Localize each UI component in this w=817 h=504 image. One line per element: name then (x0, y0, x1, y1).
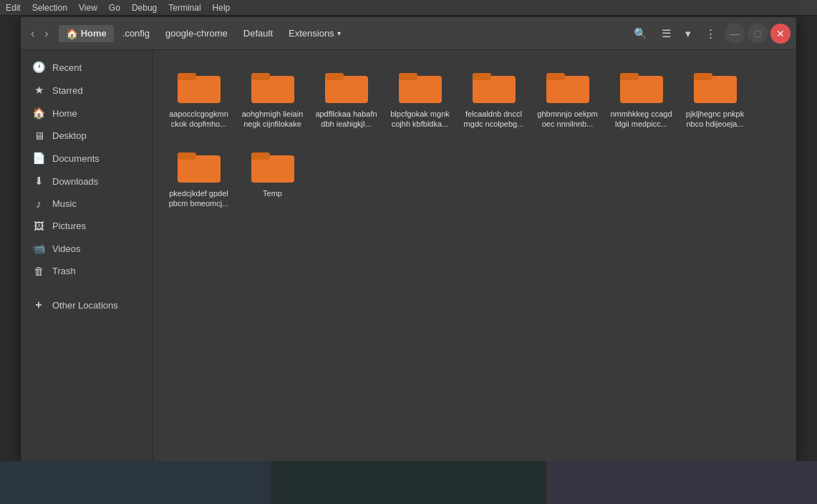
list-view-button[interactable]: ☰ (656, 24, 677, 43)
folder-icon (250, 67, 296, 105)
breadcrumb-config[interactable]: .config (115, 25, 157, 42)
folder-icon (397, 67, 443, 105)
menu-debug[interactable]: Debug (132, 3, 157, 13)
sidebar-item-other-locations[interactable]: + Other Locations (21, 294, 153, 316)
titlebar: ‹ › 🏠 Home .config google-chrome Default… (21, 17, 796, 50)
sidebar-label-downloads: Downloads (52, 176, 98, 187)
sidebar-item-downloads[interactable]: ⬇ Downloads (21, 170, 153, 193)
menubar: Edit Selection View Go Debug Terminal He… (0, 0, 817, 16)
svg-rect-7 (399, 73, 417, 80)
sidebar-label-recent: Recent (52, 62, 82, 73)
home-nav-icon: 🏠 (32, 107, 45, 120)
breadcrumb-chrome-label: google-chrome (165, 28, 228, 39)
svg-rect-1 (178, 73, 196, 80)
breadcrumb-bar: 🏠 Home .config google-chrome Default Ext… (59, 25, 619, 42)
sidebar-item-documents[interactable]: 📄 Documents (21, 147, 153, 170)
breadcrumb-config-label: .config (122, 28, 150, 39)
search-button[interactable]: 🔍 (628, 24, 653, 43)
sidebar-item-music[interactable]: ♪ Music (21, 193, 153, 215)
breadcrumb-home[interactable]: 🏠 Home (59, 25, 114, 42)
menu-button[interactable]: ⋮ (700, 24, 722, 43)
svg-rect-11 (546, 73, 565, 80)
breadcrumb-home-label: Home (81, 28, 107, 39)
menu-edit[interactable]: Edit (6, 3, 21, 13)
svg-rect-5 (325, 73, 344, 80)
music-icon: ♪ (32, 198, 45, 210)
svg-rect-15 (694, 73, 712, 80)
menu-selection[interactable]: Selection (32, 3, 67, 13)
folder-item[interactable]: Temp (238, 141, 306, 215)
sidebar-label-trash: Trash (52, 266, 76, 276)
starred-icon: ★ (32, 84, 45, 97)
sidebar-item-trash[interactable]: 🗑 Trash (21, 260, 153, 282)
documents-icon: 📄 (32, 152, 45, 165)
sort-button[interactable]: ▾ (680, 24, 697, 43)
menu-view[interactable]: View (79, 3, 97, 13)
sidebar-item-starred[interactable]: ★ Starred (21, 79, 153, 102)
sidebar: 🕐 Recent ★ Starred 🏠 Home 🖥 Desktop 📄 Do… (21, 50, 153, 461)
window-controls: — □ ✕ (725, 24, 791, 44)
folder-item[interactable]: apdfllckaa habafndbh ieahigkjl... (312, 62, 380, 135)
svg-rect-19 (251, 152, 270, 160)
folder-item[interactable]: aohghmigh lieiainnegk cijnfilokake (238, 62, 306, 135)
nav-arrows: ‹ › (26, 24, 53, 43)
svg-rect-9 (473, 73, 491, 80)
folder-name: apdfllckaa habafndbh ieahigkjl... (315, 109, 377, 130)
folder-name: pjkljhegnc pnkpknbco hdijeoeja... (684, 109, 746, 130)
svg-rect-17 (178, 152, 196, 160)
sidebar-label-videos: Videos (52, 243, 81, 254)
trash-icon: 🗑 (32, 265, 45, 277)
main-content: 🕐 Recent ★ Starred 🏠 Home 🖥 Desktop 📄 Do… (21, 50, 796, 461)
maximize-button[interactable]: □ (748, 24, 768, 44)
folder-name: aapocclcgogkmnckok dopfmho... (168, 109, 230, 130)
folder-item[interactable]: aapocclcgogkmnckok dopfmho... (165, 62, 233, 135)
folder-item[interactable]: pkedcjkdef gpdelpbcm bmeomcj... (165, 141, 233, 215)
sidebar-label-desktop: Desktop (52, 130, 87, 141)
sidebar-item-videos[interactable]: 📹 Videos (21, 237, 153, 260)
folder-icon (324, 67, 369, 105)
sidebar-item-desktop[interactable]: 🖥 Desktop (21, 125, 153, 147)
sidebar-item-recent[interactable]: 🕐 Recent (21, 56, 153, 79)
home-icon: 🏠 (66, 28, 78, 39)
sidebar-label-pictures: Pictures (52, 220, 86, 231)
extensions-arrow: ▾ (337, 29, 341, 37)
pictures-icon: 🖼 (32, 220, 45, 232)
nav-forward-button[interactable]: › (40, 24, 52, 43)
folder-name: Temp (263, 188, 282, 198)
sidebar-item-pictures[interactable]: 🖼 Pictures (21, 215, 153, 237)
folder-name: pkedcjkdef gpdelpbcm bmeomcj... (168, 188, 230, 209)
downloads-icon: ⬇ (32, 175, 45, 188)
folder-name: felcaaldnb dncclmgdc ncolpebg... (463, 109, 525, 130)
close-button[interactable]: ✕ (770, 24, 791, 44)
menu-terminal[interactable]: Terminal (168, 3, 200, 13)
breadcrumb-extensions[interactable]: Extensions ▾ (281, 25, 348, 42)
file-area: aapocclcgogkmnckok dopfmho... aohghmigh … (153, 50, 796, 461)
file-manager-window: ‹ › 🏠 Home .config google-chrome Default… (21, 17, 796, 461)
extensions-label: Extensions (289, 28, 334, 39)
folder-icon (250, 147, 296, 184)
menu-help[interactable]: Help (213, 3, 231, 13)
folder-item[interactable]: nmmhkkeg ccagdldgii medpicc... (607, 62, 675, 135)
folder-name: nmmhkkeg ccagdldgii medpicc... (610, 109, 672, 130)
breadcrumb-default[interactable]: Default (236, 25, 280, 42)
folder-name: ghbmnnjo oekpmoec nnnilnnb... (536, 109, 599, 130)
menu-go[interactable]: Go (109, 3, 120, 13)
folder-icon (176, 67, 222, 105)
recent-icon: 🕐 (32, 61, 45, 74)
other-locations-icon: + (32, 299, 45, 311)
folder-icon (471, 67, 517, 105)
folder-item[interactable]: blpcfgokak mgnkcojhh kbfbldka... (386, 62, 454, 135)
folder-item[interactable]: ghbmnnjo oekpmoec nnnilnnb... (533, 62, 601, 135)
sidebar-label-starred: Starred (52, 85, 83, 96)
svg-rect-3 (251, 73, 270, 80)
sidebar-label-other-locations: Other Locations (52, 300, 118, 311)
breadcrumb-default-label: Default (243, 28, 273, 39)
nav-back-button[interactable]: ‹ (26, 24, 39, 43)
minimize-button[interactable]: — (725, 24, 745, 44)
bottom-area (0, 461, 817, 504)
folder-item[interactable]: pjkljhegnc pnkpknbco hdijeoeja... (681, 62, 749, 135)
sidebar-item-home[interactable]: 🏠 Home (21, 102, 153, 125)
desktop-icon: 🖥 (32, 130, 45, 142)
folder-item[interactable]: felcaaldnb dncclmgdc ncolpebg... (460, 62, 528, 135)
breadcrumb-chrome[interactable]: google-chrome (158, 25, 235, 42)
